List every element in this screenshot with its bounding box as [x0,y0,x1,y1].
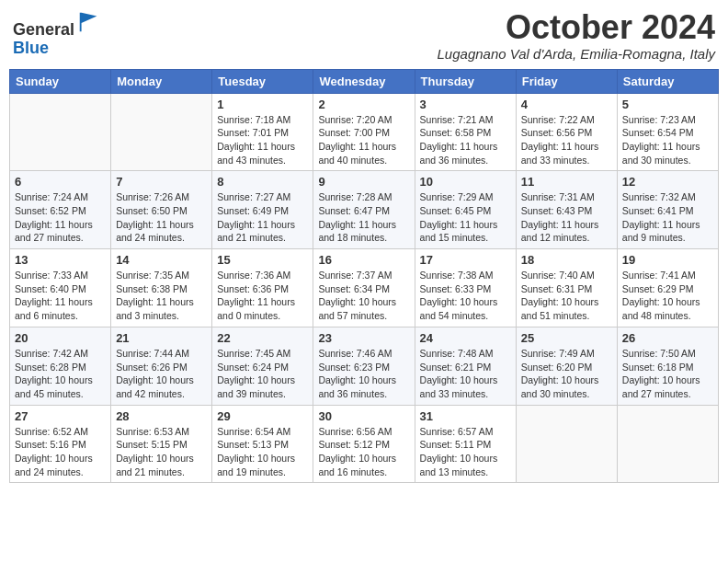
day-number: 6 [15,175,106,189]
day-number: 1 [217,98,308,111]
day-info: Sunrise: 7:22 AMSunset: 6:56 PMDaylight:… [521,113,612,167]
weekday-header-row: SundayMondayTuesdayWednesdayThursdayFrid… [10,69,719,93]
sunset-text: Sunset: 5:12 PM [318,438,409,452]
day-info: Sunrise: 7:36 AMSunset: 6:36 PMDaylight:… [217,269,308,323]
sunrise-text: Sunrise: 7:37 AM [318,269,409,282]
day-number: 9 [318,175,409,189]
sunset-text: Sunset: 6:29 PM [622,282,713,296]
day-info: Sunrise: 7:28 AMSunset: 6:47 PMDaylight:… [318,190,409,245]
sunrise-text: Sunrise: 7:48 AM [420,347,511,361]
calendar-cell: 9Sunrise: 7:28 AMSunset: 6:47 PMDaylight… [313,171,415,249]
daylight-text: Daylight: 11 hours and 15 minutes. [420,218,511,245]
day-number: 22 [217,331,308,345]
calendar-cell: 2Sunrise: 7:20 AMSunset: 7:00 PMDaylight… [313,93,415,171]
calendar-cell: 24Sunrise: 7:48 AMSunset: 6:21 PMDayligh… [415,327,516,405]
calendar-cell: 3Sunrise: 7:21 AMSunset: 6:58 PMDaylight… [415,93,516,171]
daylight-text: Daylight: 11 hours and 3 minutes. [116,295,207,322]
sunrise-text: Sunrise: 6:56 AM [318,425,409,439]
weekday-header: Thursday [415,69,516,93]
day-number: 31 [420,409,511,423]
day-number: 12 [622,175,713,189]
daylight-text: Daylight: 11 hours and 30 minutes. [622,140,713,167]
day-info: Sunrise: 7:44 AMSunset: 6:26 PMDaylight:… [116,347,207,401]
daylight-text: Daylight: 11 hours and 0 minutes. [217,295,308,322]
calendar-cell [516,405,617,483]
sunrise-text: Sunrise: 7:23 AM [622,113,713,127]
day-number: 13 [15,253,106,267]
day-info: Sunrise: 7:21 AMSunset: 6:58 PMDaylight:… [420,113,511,167]
day-number: 14 [116,253,207,267]
calendar-week-row: 6Sunrise: 7:24 AMSunset: 6:52 PMDaylight… [10,171,719,249]
day-number: 8 [217,175,308,189]
day-info: Sunrise: 7:42 AMSunset: 6:28 PMDaylight:… [15,347,106,401]
daylight-text: Daylight: 10 hours and 27 minutes. [622,373,713,400]
sunrise-text: Sunrise: 7:29 AM [420,190,511,204]
sunset-text: Sunset: 6:23 PM [318,361,409,374]
calendar-table: SundayMondayTuesdayWednesdayThursdayFrid… [9,69,719,484]
sunset-text: Sunset: 6:21 PM [420,361,511,374]
sunset-text: Sunset: 6:54 PM [622,126,713,140]
sunset-text: Sunset: 6:56 PM [521,126,612,140]
sunset-text: Sunset: 6:49 PM [217,204,308,218]
sunset-text: Sunset: 6:20 PM [521,361,612,374]
page-header: General Blue October 2024 Lugagnano Val … [9,9,719,62]
daylight-text: Daylight: 10 hours and 13 minutes. [420,452,511,478]
calendar-cell: 26Sunrise: 7:50 AMSunset: 6:18 PMDayligh… [617,327,718,405]
sunset-text: Sunset: 6:28 PM [15,361,106,374]
day-info: Sunrise: 7:27 AMSunset: 6:49 PMDaylight:… [217,190,308,245]
calendar-cell: 6Sunrise: 7:24 AMSunset: 6:52 PMDaylight… [10,171,111,249]
calendar-cell: 19Sunrise: 7:41 AMSunset: 6:29 PMDayligh… [617,249,718,327]
weekday-header: Wednesday [313,69,415,93]
title-section: October 2024 Lugagnano Val d'Arda, Emili… [438,9,715,62]
calendar-cell [111,93,212,171]
day-info: Sunrise: 7:26 AMSunset: 6:50 PMDaylight:… [116,190,207,245]
sunrise-text: Sunrise: 7:32 AM [622,190,713,204]
sunrise-text: Sunrise: 7:28 AM [318,190,409,204]
sunrise-text: Sunrise: 6:57 AM [420,425,511,439]
sunset-text: Sunset: 5:15 PM [116,438,207,452]
sunset-text: Sunset: 7:01 PM [217,126,308,140]
daylight-text: Daylight: 10 hours and 45 minutes. [15,373,106,400]
sunrise-text: Sunrise: 7:31 AM [521,190,612,204]
daylight-text: Daylight: 10 hours and 30 minutes. [521,373,612,400]
daylight-text: Daylight: 11 hours and 18 minutes. [318,218,409,245]
day-info: Sunrise: 7:29 AMSunset: 6:45 PMDaylight:… [420,190,511,245]
daylight-text: Daylight: 10 hours and 42 minutes. [116,373,207,400]
day-number: 7 [116,175,207,189]
sunset-text: Sunset: 6:58 PM [420,126,511,140]
calendar-cell: 13Sunrise: 7:33 AMSunset: 6:40 PMDayligh… [10,249,111,327]
sunset-text: Sunset: 6:38 PM [116,282,207,296]
day-number: 16 [318,253,409,267]
day-number: 30 [318,409,409,423]
daylight-text: Daylight: 10 hours and 16 minutes. [318,452,409,478]
weekday-header: Friday [516,69,617,93]
sunrise-text: Sunrise: 7:49 AM [521,347,612,361]
day-number: 10 [420,175,511,189]
calendar-cell: 23Sunrise: 7:46 AMSunset: 6:23 PMDayligh… [313,327,415,405]
sunset-text: Sunset: 6:18 PM [622,361,713,374]
sunset-text: Sunset: 6:26 PM [116,361,207,374]
calendar-cell: 25Sunrise: 7:49 AMSunset: 6:20 PMDayligh… [516,327,617,405]
day-number: 4 [521,98,612,111]
sunrise-text: Sunrise: 7:33 AM [15,269,106,282]
sunrise-text: Sunrise: 7:42 AM [15,347,106,361]
day-number: 27 [15,409,106,423]
logo: General Blue [13,9,102,58]
sunset-text: Sunset: 6:33 PM [420,282,511,296]
day-info: Sunrise: 7:40 AMSunset: 6:31 PMDaylight:… [521,269,612,323]
calendar-cell: 30Sunrise: 6:56 AMSunset: 5:12 PMDayligh… [313,405,415,483]
sunset-text: Sunset: 6:34 PM [318,282,409,296]
sunrise-text: Sunrise: 7:44 AM [116,347,207,361]
calendar-cell: 31Sunrise: 6:57 AMSunset: 5:11 PMDayligh… [415,405,516,483]
calendar-cell: 17Sunrise: 7:38 AMSunset: 6:33 PMDayligh… [415,249,516,327]
calendar-cell: 18Sunrise: 7:40 AMSunset: 6:31 PMDayligh… [516,249,617,327]
daylight-text: Daylight: 11 hours and 12 minutes. [521,218,612,245]
sunrise-text: Sunrise: 7:45 AM [217,347,308,361]
sunset-text: Sunset: 6:43 PM [521,204,612,218]
sunset-text: Sunset: 5:16 PM [15,438,106,452]
day-number: 5 [622,98,713,111]
calendar-cell: 15Sunrise: 7:36 AMSunset: 6:36 PMDayligh… [212,249,313,327]
calendar-cell: 27Sunrise: 6:52 AMSunset: 5:16 PMDayligh… [10,405,111,483]
sunset-text: Sunset: 6:36 PM [217,282,308,296]
sunrise-text: Sunrise: 7:41 AM [622,269,713,282]
